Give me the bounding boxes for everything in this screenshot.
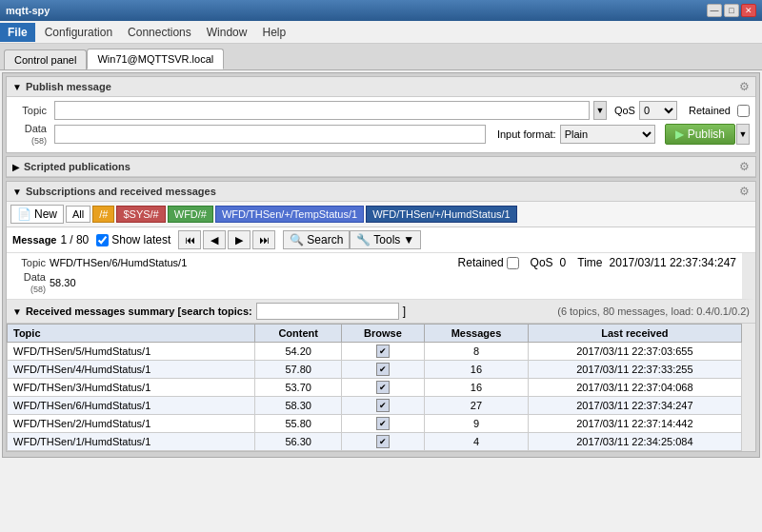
message-navigation-row: Message 1 / 80 Show latest ⏮ ◀ ▶ ⏭ 🔍 Sea…: [7, 227, 755, 253]
publish-gear-icon: ⚙: [739, 80, 750, 93]
next-message-button[interactable]: ▶: [228, 230, 251, 249]
tab-humd-status[interactable]: WFD/THSen/+/HumdStatus/1: [366, 206, 517, 223]
cell-last-received: 2017/03/11 22:37:14:442: [528, 415, 741, 433]
sub-collapse-arrow: ▼: [12, 187, 22, 197]
scripted-publications-title: Scripted publications: [24, 161, 130, 172]
publish-message-title: Publish message: [26, 81, 111, 92]
msg-topic-label: Topic: [12, 257, 46, 268]
prev-message-button[interactable]: ◀: [203, 230, 226, 249]
cell-messages: 8: [425, 343, 529, 361]
format-select[interactable]: Plain: [560, 125, 655, 144]
scripted-publications-panel: ▶ Scripted publications ⚙: [6, 156, 756, 178]
data-input[interactable]: [54, 125, 486, 144]
table-row: WFD/THSen/3/HumdStatus/1 53.70 ✔ 16 2017…: [8, 379, 742, 397]
qos-label: QoS: [614, 105, 635, 116]
format-label: Input format:: [497, 128, 556, 140]
message-data-row: Data(58) 58.30: [12, 271, 736, 294]
cell-browse[interactable]: ✔: [341, 415, 424, 433]
window-menu[interactable]: Window: [199, 23, 255, 42]
search-icon: 🔍: [290, 233, 304, 246]
qos-select[interactable]: 0 1 2: [639, 101, 677, 120]
msg-time-section: Time 2017/03/11 22:37:34:247: [577, 256, 736, 269]
cell-browse[interactable]: ✔: [341, 433, 424, 451]
messages-table: Topic Content Browse Messages Last recei…: [7, 324, 742, 451]
col-topic: Topic: [8, 325, 255, 343]
tab-sys[interactable]: $SYS/#: [116, 206, 165, 223]
topic-input[interactable]: [54, 101, 590, 120]
cell-topic: WFD/THSen/3/HumdStatus/1: [8, 379, 255, 397]
msg-qos-section: QoS 0: [531, 256, 567, 269]
cell-last-received: 2017/03/11 22:37:03:655: [528, 343, 741, 361]
msg-qos-value: 0: [560, 256, 567, 269]
cell-topic: WFD/THSen/5/HumdStatus/1: [8, 343, 255, 361]
scripted-publications-header[interactable]: ▶ Scripted publications ⚙: [7, 157, 755, 177]
cell-last-received: 2017/03/11 22:37:33:255: [528, 361, 741, 379]
cell-topic: WFD/THSen/1/HumdStatus/1: [8, 433, 255, 451]
table-header: Topic Content Browse Messages Last recei…: [8, 325, 742, 343]
title-bar-buttons: — □ ✕: [707, 4, 756, 17]
tab-connection[interactable]: Win71@MQTTSVR.local: [87, 49, 224, 69]
configuration-menu[interactable]: Configuration: [37, 23, 120, 42]
navigation-buttons: ⏮ ◀ ▶ ⏭: [178, 230, 275, 249]
summary-close-bracket: ]: [403, 305, 406, 318]
message-counter: 1 / 80: [60, 233, 89, 246]
topic-dropdown[interactable]: ▼: [593, 101, 607, 120]
search-button[interactable]: 🔍 Search: [283, 230, 350, 249]
publish-message-panel: ▼ Publish message ⚙ Topic ▼ QoS 0 1 2 Re…: [6, 76, 756, 153]
tab-all[interactable]: All: [66, 206, 90, 223]
connections-menu[interactable]: Connections: [120, 23, 199, 42]
table-row: WFD/THSen/2/HumdStatus/1 55.80 ✔ 9 2017/…: [8, 415, 742, 433]
file-menu[interactable]: File: [0, 23, 35, 42]
publish-collapse-arrow: ▼: [12, 82, 22, 92]
topic-label: Topic: [12, 105, 50, 116]
maximize-button[interactable]: □: [724, 4, 739, 17]
table-row: WFD/THSen/4/HumdStatus/1 57.80 ✔ 16 2017…: [8, 361, 742, 379]
tools-icon: 🔧: [356, 233, 371, 246]
cell-browse[interactable]: ✔: [341, 397, 424, 415]
publish-message-header[interactable]: ▼ Publish message ⚙: [7, 77, 755, 97]
message-topic-row: Topic WFD/THSen/6/HumdStatus/1 Retained …: [12, 256, 736, 269]
cell-messages: 16: [425, 379, 529, 397]
cell-content: 58.30: [255, 397, 341, 415]
cell-content: 54.20: [255, 343, 341, 361]
cell-content: 53.70: [255, 379, 341, 397]
publish-message-body: Topic ▼ QoS 0 1 2 Retained Data(58) Inpu…: [7, 97, 755, 152]
show-latest-label: Show latest: [111, 233, 170, 246]
publish-button[interactable]: ▶ Publish: [665, 124, 735, 145]
help-menu[interactable]: Help: [254, 23, 293, 42]
table-row: WFD/THSen/1/HumdStatus/1 56.30 ✔ 4 2017/…: [8, 433, 742, 451]
retained-checkbox[interactable]: [737, 105, 750, 117]
tools-button[interactable]: 🔧 Tools ▼: [350, 230, 421, 249]
last-message-button[interactable]: ⏭: [252, 230, 275, 249]
minimize-button[interactable]: —: [707, 4, 722, 17]
show-latest-row: Show latest: [96, 233, 170, 246]
cell-browse[interactable]: ✔: [341, 343, 424, 361]
close-button[interactable]: ✕: [741, 4, 756, 17]
publish-dropdown-arrow[interactable]: ▼: [736, 124, 750, 145]
msg-data-value: 58.30: [50, 277, 76, 288]
col-content: Content: [255, 325, 341, 343]
tab-hash[interactable]: /#: [92, 206, 114, 223]
subscriptions-panel: ▼ Subscriptions and received messages ⚙ …: [6, 181, 756, 452]
subscriptions-title: Subscriptions and received messages: [26, 186, 216, 197]
show-latest-checkbox[interactable]: [96, 234, 109, 246]
new-subscription-button[interactable]: 📄 New: [10, 205, 64, 224]
cell-browse[interactable]: ✔: [341, 379, 424, 397]
cell-messages: 9: [425, 415, 529, 433]
tab-wfd[interactable]: WFD/#: [168, 206, 213, 223]
cell-browse[interactable]: ✔: [341, 361, 424, 379]
tab-temp-status[interactable]: WFD/THSen/+/TempStatus/1: [215, 206, 364, 223]
topic-row: Topic ▼ QoS 0 1 2 Retained: [12, 101, 750, 120]
first-message-button[interactable]: ⏮: [178, 230, 201, 249]
tab-control-panel[interactable]: Control panel: [4, 49, 87, 69]
cell-messages: 16: [425, 361, 529, 379]
title-bar: mqtt-spy — □ ✕: [0, 0, 762, 21]
menu-bar: File Configuration Connections Window He…: [0, 21, 762, 44]
msg-retained-checkbox[interactable]: [507, 257, 519, 269]
subscriptions-header[interactable]: ▼ Subscriptions and received messages ⚙: [7, 182, 755, 202]
cell-content: 55.80: [255, 415, 341, 433]
msg-data-label: Data(58): [12, 271, 46, 294]
cell-last-received: 2017/03/11 22:34:25:084: [528, 433, 741, 451]
msg-retained-section: Retained: [458, 256, 519, 269]
summary-search-input[interactable]: [256, 303, 399, 320]
